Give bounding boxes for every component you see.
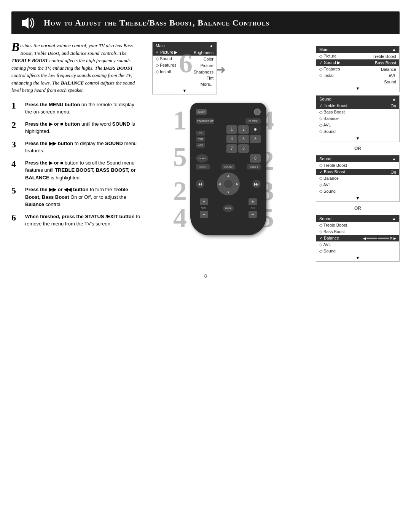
ms1-features: ◇ Features Balance bbox=[316, 66, 399, 72]
step-number-6: 6 bbox=[11, 213, 22, 222]
ms1-avl: AVL bbox=[389, 73, 396, 78]
page-header: How to Adjust the Treble/Bass Boost, Bal… bbox=[11, 11, 400, 34]
menu-main-down-arrow: ▼ bbox=[183, 88, 187, 93]
tv-button[interactable]: TV bbox=[196, 131, 205, 136]
menu-screen-1: Main ▲ ◇ Picture Treble Boost ✓ Sound ▶ … bbox=[316, 46, 400, 92]
ms3-balance-label: ◇ Balance bbox=[319, 176, 339, 181]
menu-screen-2: Sound ▲ ✓ Treble Boost On ◇ Bass Boost ◇… bbox=[316, 95, 400, 142]
sound-button[interactable]: SOUND bbox=[221, 164, 235, 169]
ms4-sound: ◇ Sound bbox=[316, 248, 399, 254]
ch-up-button[interactable]: + bbox=[249, 198, 257, 205]
menu-screen-2-header: Sound ▲ bbox=[316, 96, 399, 102]
menu-item-install-label: ◇ Install bbox=[156, 69, 171, 74]
btn-4[interactable]: 4 bbox=[226, 135, 237, 143]
remote-top-bar: SLEEP bbox=[196, 109, 261, 115]
ms3-bass: ✓ Bass Boost On bbox=[316, 169, 399, 175]
ms2-balance-label: ◇ Balance bbox=[319, 116, 339, 121]
btn-3[interactable]: 3 bbox=[250, 135, 261, 143]
ms1-sound-sub: Sound bbox=[384, 80, 396, 84]
vol-up-button[interactable]: + bbox=[200, 198, 208, 205]
menu-screen-4-header: Sound ▲ bbox=[316, 215, 399, 222]
btn-5[interactable]: 5 bbox=[238, 135, 249, 143]
sleep-button[interactable]: SLEEP bbox=[196, 109, 207, 115]
menu-screen-2-title: Sound bbox=[319, 97, 331, 101]
vcr-button[interactable]: VCR bbox=[196, 137, 205, 142]
btn-1[interactable]: 1 bbox=[226, 125, 237, 134]
ch-controls: + CH – bbox=[249, 198, 257, 218]
mute-button[interactable]: MUTE bbox=[223, 204, 234, 212]
ms1-install: ◇ Install AVL bbox=[316, 72, 399, 79]
big-step-1: 1 bbox=[173, 107, 187, 134]
step-text-5: Press the ▶▶ or ◀◀ button to turn the Tr… bbox=[25, 186, 141, 208]
vol-ch-row: + VOL – MUTE + CH – bbox=[196, 198, 261, 218]
power-button[interactable] bbox=[254, 109, 261, 115]
ms4-balance: ✓ Balance ◀ R ▶ bbox=[316, 235, 399, 241]
ms2-balance: ◇ Balance bbox=[316, 115, 399, 122]
step-text-4: Press the ▶ or ■ button to scroll the So… bbox=[25, 159, 141, 182]
ms3-balance: ◇ Balance bbox=[316, 175, 399, 182]
next-button[interactable]: ⏭ bbox=[252, 180, 261, 188]
ms1-footer: ▼ bbox=[316, 85, 399, 92]
status-button[interactable]: STATUS/EXIT bbox=[196, 118, 214, 124]
step-2: 2 Press the ▶ or ■ button until the word… bbox=[11, 120, 141, 135]
menu-screen-4: Sound ▲ ◇ Treble Boost ◇ Bass Boost ✓ Ba… bbox=[316, 215, 400, 262]
menu-item-picture-sub: Picture bbox=[201, 63, 213, 68]
ch-down-button[interactable]: – bbox=[249, 211, 257, 218]
btn-7[interactable]: 7 bbox=[226, 144, 237, 153]
ms4-bass: ◇ Bass Boost bbox=[316, 228, 399, 235]
menu-screen-3-arrow: ▲ bbox=[392, 157, 396, 161]
step-text-2: Press the ▶ or ■ button until the word S… bbox=[25, 120, 141, 135]
status-row: STATUS/EXIT CLOCK bbox=[196, 118, 261, 124]
remote-wrapper: 6 1 5 2 4 4 2 3 5 SLEEP STATUS/EXIT CLOC… bbox=[190, 103, 266, 235]
ms2-sound-label: ◇ Sound bbox=[319, 129, 336, 134]
ms1-bass: Bass Boost bbox=[375, 61, 396, 65]
menu-screen-4-title: Sound bbox=[319, 216, 331, 221]
menu-main-arrow: ▲ bbox=[209, 43, 213, 48]
menu-screen-3-header: Sound ▲ bbox=[316, 155, 399, 162]
ms4-balance-label: ✓ Balance bbox=[319, 236, 339, 241]
btn-8[interactable]: 8 bbox=[238, 144, 249, 153]
clock-button[interactable]: CLOCK bbox=[245, 118, 261, 124]
menu-screen-1-header: Main ▲ bbox=[316, 46, 399, 53]
nav-circle[interactable]: ▲ ▼ ◀ ▶ bbox=[217, 173, 240, 195]
ms1-picture: ◇ Picture Treble Boost bbox=[316, 53, 399, 59]
smart-button[interactable]: SMART bbox=[196, 154, 208, 163]
svg-marker-0 bbox=[22, 18, 29, 29]
ms2-treble: ✓ Treble Boost On bbox=[316, 102, 399, 109]
big-step-4: 4 bbox=[173, 204, 187, 232]
big-step-5a: 5 bbox=[173, 143, 187, 171]
ms3-down: ▼ bbox=[356, 196, 360, 200]
step-number-4: 4 bbox=[11, 159, 22, 168]
btn-2[interactable]: 2 bbox=[238, 125, 249, 134]
ms4-down: ▼ bbox=[356, 256, 360, 260]
arrow-right-graphic: ➜ bbox=[216, 63, 226, 76]
nav-center[interactable] bbox=[224, 180, 233, 188]
number-grid-area: 1 2 ⏺ 4 5 3 7 8 bbox=[226, 125, 261, 153]
ms4-sound-label: ◇ Sound bbox=[319, 249, 336, 254]
ms1-install-label: ◇ Install bbox=[319, 73, 335, 78]
remote-control: SLEEP STATUS/EXIT CLOCK TV VCR ACC bbox=[190, 103, 266, 235]
ms2-sound: ◇ Sound bbox=[316, 128, 399, 135]
vol-down-button[interactable]: – bbox=[200, 211, 208, 218]
ms1-treble: Treble Boost bbox=[373, 54, 396, 59]
acc-button[interactable]: ACC bbox=[196, 143, 205, 148]
ms4-footer: ▼ bbox=[316, 254, 399, 261]
btn-rec[interactable]: ⏺ bbox=[250, 125, 261, 134]
menu-button[interactable]: MENU bbox=[196, 164, 210, 169]
menu-screen-2-arrow: ▲ bbox=[392, 97, 396, 101]
ms1-balance: Balance bbox=[381, 67, 396, 72]
menu-screen-1-title: Main bbox=[319, 47, 328, 52]
ms3-avl-label: ◇ AVL bbox=[319, 182, 331, 187]
step-number-2: 2 bbox=[11, 120, 22, 129]
menu-item-picture-label: ✓ Picture ▶ bbox=[156, 50, 177, 55]
sure-button[interactable]: SURE ‖ bbox=[247, 164, 261, 169]
left-column: Besides the normal volume control, your … bbox=[11, 42, 141, 262]
balance-indicator bbox=[378, 236, 378, 240]
ms2-treble-label: ✓ Treble Boost bbox=[319, 103, 347, 108]
menu-item-sound-label: ◇ Sound bbox=[156, 56, 172, 61]
prev-button[interactable]: ⏮ bbox=[196, 180, 204, 188]
menu-item-more: More... bbox=[153, 81, 217, 87]
nav-down: ▼ bbox=[227, 190, 230, 194]
btn-0[interactable]: 0 bbox=[250, 154, 261, 163]
ms4-balance-slider: ◀ R ▶ bbox=[363, 236, 396, 240]
